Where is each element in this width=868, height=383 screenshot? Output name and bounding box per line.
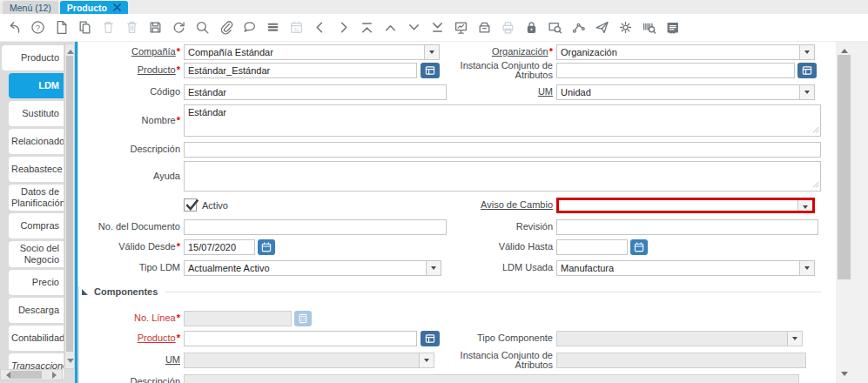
parent-record-button[interactable]: [383, 20, 398, 35]
scroll-down-icon[interactable]: [841, 372, 848, 380]
refresh-button[interactable]: [172, 20, 186, 35]
resize-grip-icon[interactable]: [812, 124, 819, 135]
field-label-valido_desde: Válido Desde*: [78, 239, 180, 255]
dropdown-arrow-icon[interactable]: [799, 85, 814, 99]
archive-button[interactable]: [477, 20, 492, 35]
resize-grip-icon[interactable]: [812, 179, 819, 190]
no_documento-input[interactable]: [184, 219, 447, 235]
delete-record-button: [101, 20, 116, 35]
valido_hasta-calendar-button[interactable]: [630, 239, 648, 255]
activo-checkbox[interactable]: [184, 198, 197, 212]
producto2-field[interactable]: [184, 331, 417, 346]
previous-record-button[interactable]: [313, 20, 327, 35]
um-select[interactable]: Unidad: [556, 84, 815, 100]
last-record-button[interactable]: [430, 20, 445, 35]
instancia-lookup-button[interactable]: [797, 63, 817, 78]
help-button[interactable]: ?: [30, 20, 45, 35]
report-icon: [454, 20, 468, 35]
dropdown-arrow-icon[interactable]: [426, 261, 441, 275]
lock-button[interactable]: [524, 20, 539, 35]
field-value: Estándar_Estándar: [185, 65, 273, 76]
sidebar-tab-ldm[interactable]: LDM: [9, 73, 64, 98]
save-button[interactable]: [148, 20, 163, 35]
sidebar-tab-relacionado[interactable]: Relacionado: [9, 129, 64, 154]
mandatory-asterisk: *: [177, 116, 180, 126]
dropdown-arrow-icon[interactable]: [799, 261, 814, 275]
zoom-across-button[interactable]: [548, 20, 562, 35]
producto-lookup-button[interactable]: [421, 63, 440, 78]
aviso-select[interactable]: [556, 198, 815, 213]
scroll-right-icon[interactable]: [52, 372, 60, 379]
organizacion-select[interactable]: Organización: [556, 44, 815, 60]
codigo-input[interactable]: Estándar: [184, 84, 447, 100]
dropdown-arrow-icon[interactable]: [419, 353, 434, 367]
scroll-down-icon[interactable]: [67, 359, 74, 366]
form-vertical-scrollbar[interactable]: [836, 42, 868, 383]
report-button[interactable]: [454, 20, 468, 35]
attachment-button[interactable]: [219, 20, 233, 35]
request-button[interactable]: [595, 20, 609, 35]
scroll-up-icon[interactable]: [67, 46, 74, 54]
print-icon: [501, 20, 515, 35]
first-record-button[interactable]: [360, 20, 374, 35]
field-label-tipo_comp: Tipo Componente: [447, 331, 553, 346]
sidebar-tab-producto[interactable]: Producto: [2, 45, 64, 71]
window-help-button[interactable]: [665, 20, 680, 35]
sidebar-tab-compras[interactable]: Compras: [9, 213, 64, 239]
compania-select[interactable]: Compañía Estándar: [184, 44, 440, 60]
scroll-left-icon[interactable]: [3, 372, 10, 379]
descripcion-input[interactable]: [184, 142, 821, 158]
sidebar-tab-precio[interactable]: Precio: [9, 270, 64, 295]
scroll-up-icon[interactable]: [841, 45, 848, 53]
revision-input[interactable]: [556, 219, 818, 235]
sidebar-tab-datos-de-planificaci-n[interactable]: Datos de Planificación: [9, 185, 64, 211]
scrollbar-thumb[interactable]: [66, 56, 73, 352]
grid-toggle-button[interactable]: [266, 20, 280, 35]
product-info-button[interactable]: [642, 20, 656, 35]
valido_desde-date-input[interactable]: 15/07/2020: [184, 239, 255, 255]
producto2-lookup-button[interactable]: [421, 331, 440, 346]
ayuda-textarea[interactable]: [184, 161, 821, 192]
label-text: Tipo Componente: [477, 333, 553, 344]
sidebar-tab-socio-del-negocio[interactable]: Socio del Negocio: [9, 241, 64, 267]
nombre-textarea[interactable]: Estándar: [184, 104, 821, 137]
sidebar-tab-contabilidad[interactable]: Contabilidad: [9, 326, 64, 351]
collapse-triangle-icon[interactable]: [82, 289, 88, 295]
tipo_ldm-select[interactable]: Actualmente Activo: [184, 260, 441, 276]
close-icon[interactable]: [113, 3, 121, 11]
print-button: [501, 20, 515, 35]
preferences-button[interactable]: [618, 20, 633, 35]
window-tab-producto[interactable]: Producto: [60, 1, 128, 14]
mandatory-asterisk: *: [177, 333, 180, 344]
sidebar-vertical-scrollbar[interactable]: [64, 44, 75, 369]
copy-record-button[interactable]: [77, 20, 92, 35]
sidebar-tab-sustituto[interactable]: Sustituto: [9, 101, 64, 126]
next-record-button[interactable]: [336, 20, 351, 35]
dropdown-arrow-icon[interactable]: [799, 45, 814, 59]
find-button[interactable]: [195, 20, 210, 35]
product-info-icon: [642, 20, 656, 35]
ldm_usada-select[interactable]: Manufactura: [556, 260, 815, 276]
sidebar-tab-reabastece[interactable]: Reabastece: [9, 157, 64, 182]
undo-button[interactable]: [7, 20, 22, 35]
sidebar-horizontal-scrollbar[interactable]: [0, 369, 63, 380]
first-record-icon: [360, 20, 374, 35]
dropdown-arrow-icon[interactable]: [797, 200, 812, 211]
instancia-field[interactable]: [556, 63, 795, 78]
scrollbar-thumb[interactable]: [10, 371, 42, 379]
delete-record-icon: [101, 20, 116, 35]
new-record-button[interactable]: [54, 20, 69, 35]
scrollbar-rail[interactable]: [837, 42, 851, 383]
scrollbar-thumb[interactable]: [838, 55, 851, 279]
dropdown-arrow-icon[interactable]: [787, 332, 802, 346]
field-label-revision: Revisión: [447, 219, 553, 235]
detail-record-button[interactable]: [407, 20, 421, 35]
workflow-button[interactable]: [571, 20, 586, 35]
dropdown-arrow-icon[interactable]: [424, 45, 439, 59]
valido_hasta-date-input[interactable]: [556, 239, 628, 255]
valido_desde-calendar-button[interactable]: [258, 239, 275, 255]
chat-button[interactable]: [242, 20, 257, 35]
producto-field[interactable]: Estándar_Estándar: [184, 63, 417, 78]
sidebar-tab-descarga[interactable]: Descarga: [9, 298, 64, 323]
window-tab-men-12[interactable]: Menú (12): [3, 1, 58, 14]
